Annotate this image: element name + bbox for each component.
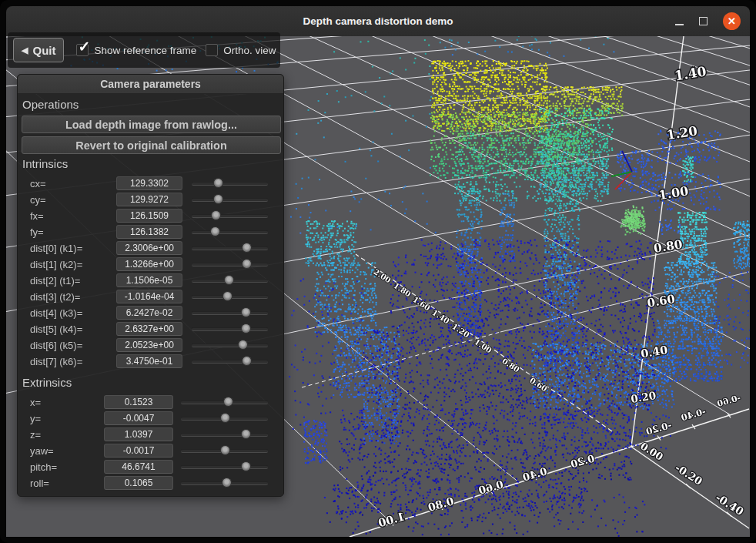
slider-track[interactable] (181, 433, 268, 437)
revert-calibration-button[interactable]: Revert to original calibration (22, 136, 281, 154)
param-value-field[interactable]: 1.3266e+00 (116, 257, 182, 271)
param-value-field[interactable]: 129.3302 (116, 176, 182, 190)
load-depth-image-button[interactable]: Load depth image from rawlog... (22, 116, 281, 133)
param-value-field[interactable]: 0.1523 (104, 395, 173, 409)
param-value-field[interactable]: 46.6741 (104, 460, 173, 474)
param-row-yaw: yaw=-0.0017 (18, 443, 283, 459)
param-row-x: x=0.1523 (18, 394, 283, 411)
slider-track[interactable] (192, 246, 268, 250)
param-slider[interactable] (192, 258, 268, 270)
param-value-field[interactable]: 6.2427e-02 (116, 306, 182, 320)
slider-track[interactable] (192, 230, 268, 234)
param-value-field[interactable]: -0.0017 (104, 444, 173, 458)
slider-knob[interactable] (220, 413, 230, 423)
slider-knob[interactable] (242, 356, 252, 366)
checkbox-show-reference-frame[interactable]: ✓ (76, 44, 89, 56)
param-label: dist[0] (k1)= (30, 243, 82, 254)
param-slider[interactable] (192, 274, 268, 287)
slider-track[interactable] (192, 344, 268, 347)
slider-track[interactable] (192, 182, 268, 186)
slider-knob[interactable] (211, 210, 221, 220)
param-label: y= (30, 413, 41, 424)
param-label: roll= (30, 478, 49, 489)
param-slider[interactable] (181, 396, 268, 408)
slider-knob[interactable] (222, 291, 232, 301)
param-slider[interactable] (192, 307, 268, 319)
slider-track[interactable] (192, 311, 268, 315)
slider-track[interactable] (181, 465, 268, 469)
checkbox-label: Ortho. view (223, 45, 276, 56)
minimize-icon[interactable] (675, 24, 684, 25)
param-value-field[interactable]: 1.1506e-05 (116, 273, 182, 287)
maximize-icon[interactable] (699, 17, 707, 25)
param-value-field[interactable]: -1.0164e-04 (116, 290, 182, 303)
slider-knob[interactable] (242, 259, 252, 269)
slider-knob[interactable] (241, 461, 251, 471)
param-slider[interactable] (181, 428, 268, 441)
param-slider[interactable] (192, 209, 268, 222)
camera-parameters-panel: Camera parameters Operations Load depth … (17, 74, 284, 497)
param-slider[interactable] (192, 339, 268, 351)
slider-track[interactable] (192, 198, 268, 202)
param-label: x= (30, 397, 41, 408)
param-label: dist[6] (k5)= (30, 340, 82, 351)
slider-knob[interactable] (224, 275, 234, 285)
param-row-fx: fx=126.1509 (18, 208, 283, 224)
param-slider[interactable] (192, 193, 268, 206)
quit-button[interactable]: ◀ Quit (13, 38, 64, 62)
panel-header[interactable]: Camera parameters (18, 75, 283, 94)
param-row-y: y=-0.0047 (18, 411, 283, 427)
slider-track[interactable] (192, 327, 268, 331)
param-slider[interactable] (192, 226, 268, 238)
slider-knob[interactable] (241, 307, 251, 317)
param-value-field[interactable]: 3.4750e-01 (116, 354, 182, 368)
slider-knob[interactable] (223, 397, 233, 407)
slider-knob[interactable] (213, 178, 223, 188)
param-slider[interactable] (192, 290, 268, 303)
param-row-dist0k1: dist[0] (k1)=2.3006e+00 (18, 240, 283, 256)
toolbar: ◀ Quit ✓Show reference frame ✓Ortho. vie… (8, 32, 280, 68)
param-value-field[interactable]: 0.1065 (104, 476, 173, 490)
param-value-field[interactable]: 2.6327e+00 (116, 322, 182, 336)
slider-knob[interactable] (222, 478, 232, 488)
param-row-dist3t2: dist[3] (t2)=-1.0164e-04 (18, 289, 283, 305)
slider-track[interactable] (192, 214, 268, 218)
param-slider[interactable] (181, 444, 268, 457)
param-label: dist[3] (t2)= (30, 291, 80, 303)
slider-knob[interactable] (241, 323, 251, 334)
param-value-field[interactable]: 126.1382 (116, 225, 182, 239)
param-label: dist[1] (k2)= (30, 259, 82, 270)
slider-track[interactable] (192, 263, 268, 266)
param-value-field[interactable]: -0.0047 (104, 411, 173, 425)
param-label: cx= (30, 178, 46, 189)
param-label: dist[4] (k3)= (30, 307, 82, 319)
param-slider[interactable] (181, 412, 268, 424)
close-icon[interactable]: ✕ (723, 12, 741, 30)
slider-knob[interactable] (242, 243, 252, 253)
param-slider[interactable] (181, 461, 268, 473)
checkbox-ortho-view[interactable]: ✓ (206, 44, 218, 56)
slider-knob[interactable] (238, 340, 248, 350)
param-value-field[interactable]: 2.3006e+00 (116, 241, 182, 255)
show-reference-frame-option: ✓Show reference frame (76, 44, 196, 56)
ortho-view-option: ✓Ortho. view (206, 44, 276, 56)
param-value-field[interactable]: 126.1509 (116, 209, 182, 223)
check-icon: ✓ (78, 38, 90, 55)
param-slider[interactable] (192, 242, 268, 254)
param-value-field[interactable]: 129.9272 (116, 193, 182, 206)
param-value-field[interactable]: 2.0523e+00 (116, 338, 182, 352)
param-row-dist7k6: dist[7] (k6)=3.4750e-01 (18, 354, 283, 370)
param-value-field[interactable]: 1.0397 (104, 427, 173, 441)
slider-knob[interactable] (213, 194, 223, 204)
param-slider[interactable] (192, 177, 268, 189)
slider-knob[interactable] (220, 445, 230, 455)
slider-knob[interactable] (241, 429, 251, 439)
param-label: dist[5] (k4)= (30, 323, 82, 335)
param-slider[interactable] (192, 355, 268, 367)
param-slider[interactable] (192, 323, 268, 335)
param-slider[interactable] (181, 477, 268, 489)
param-row-dist1k2: dist[1] (k2)=1.3266e+00 (18, 256, 283, 273)
slider-track[interactable] (192, 360, 268, 364)
slider-knob[interactable] (210, 226, 220, 236)
back-arrow-icon: ◀ (22, 45, 28, 55)
